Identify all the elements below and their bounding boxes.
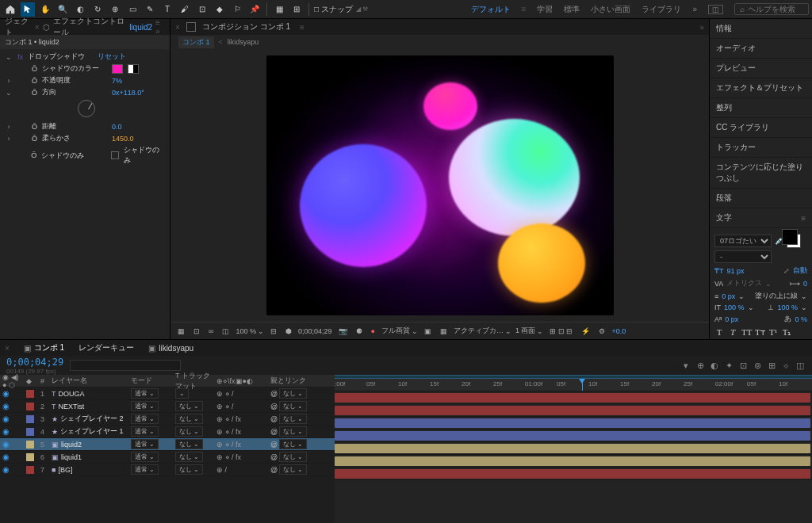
- hand-tool-icon[interactable]: ✋: [38, 2, 52, 17]
- layer-row[interactable]: ◉ 7 ■ [BG] 通常 ⌄ なし ⌄ ⊕ / @なし ⌄: [0, 464, 335, 476]
- parent-dropdown[interactable]: なし ⌄: [279, 426, 307, 437]
- workspace-more[interactable]: »: [692, 5, 697, 13]
- visibility-icon[interactable]: ◉: [2, 452, 10, 461]
- pickwhip-icon[interactable]: @: [270, 415, 278, 423]
- magnify-icon[interactable]: ▦: [175, 327, 187, 335]
- layer-name[interactable]: ▣ liquid1: [49, 451, 128, 463]
- playhead[interactable]: [582, 379, 583, 391]
- pickwhip-icon[interactable]: @: [270, 390, 278, 398]
- layer-duration-bar[interactable]: [335, 418, 810, 428]
- timeline-bar-row[interactable]: [335, 391, 812, 404]
- layer-duration-bar[interactable]: [335, 406, 810, 415]
- blend-mode-dropdown[interactable]: 通常 ⌄: [131, 452, 159, 462]
- vr-icon[interactable]: ∞: [206, 327, 216, 335]
- view-options-icon[interactable]: ⊞ ⊡ ⊟: [547, 327, 575, 335]
- layer-switches[interactable]: ⊕ ⋄ /: [214, 387, 268, 399]
- stopwatch-icon[interactable]: Ŏ: [32, 123, 37, 131]
- header-name[interactable]: レイヤー名: [49, 375, 128, 387]
- pickwhip-icon[interactable]: @: [270, 428, 278, 436]
- visibility-icon[interactable]: ◉: [2, 465, 10, 474]
- softness-value[interactable]: 1450.0: [112, 135, 134, 143]
- roi-icon[interactable]: ▣: [422, 327, 434, 335]
- layer-row[interactable]: ◉ 5 ▣ liquid2 通常 ⌄ なし ⌄ ⊕ ⋄ / fx @なし ⌄: [0, 438, 335, 451]
- timeline-bar-row[interactable]: [335, 404, 812, 417]
- shy-icon[interactable]: ▾: [680, 360, 691, 371]
- pin-tool-icon[interactable]: 📌: [247, 2, 262, 17]
- snapshot-icon[interactable]: 📷: [336, 327, 350, 335]
- lock-icon[interactable]: ⬡: [43, 23, 50, 32]
- timeline-icon[interactable]: ⚙: [596, 327, 607, 335]
- panel-effects[interactable]: エフェクト＆プリセット: [710, 78, 812, 98]
- view-dropdown[interactable]: 1 画面 ⌄: [515, 326, 544, 336]
- vscale-value[interactable]: 100 %: [724, 303, 745, 311]
- home-icon[interactable]: [3, 2, 17, 17]
- layer-switches[interactable]: ⊕ ⋄ / fx: [214, 451, 268, 463]
- blend-mode-dropdown[interactable]: 通常 ⌄: [131, 426, 159, 437]
- workspace-library[interactable]: ライブラリ: [642, 4, 681, 15]
- res-icon[interactable]: ⊟: [268, 327, 279, 335]
- twisty-icon[interactable]: ›: [5, 77, 13, 85]
- frame-blend-icon[interactable]: ⊡: [737, 360, 749, 371]
- track-matte-dropdown[interactable]: ⌄: [175, 388, 189, 399]
- collapse-icon[interactable]: ⊕: [695, 360, 706, 371]
- label-color[interactable]: [26, 453, 34, 461]
- font-style-dropdown[interactable]: -: [714, 250, 772, 263]
- snap-toggle[interactable]: □ スナップ: [314, 4, 353, 15]
- twisty-icon[interactable]: ⌄: [5, 89, 13, 97]
- tracking-value[interactable]: 0: [803, 280, 807, 288]
- stopwatch-icon[interactable]: Ŏ: [32, 77, 37, 85]
- twisty-icon[interactable]: ›: [5, 123, 13, 131]
- parent-dropdown[interactable]: なし ⌄: [279, 439, 307, 449]
- panel-tracker[interactable]: トラッカー: [710, 138, 812, 158]
- stopwatch-icon[interactable]: Ŏ: [32, 89, 37, 97]
- fx-icon[interactable]: ✦: [723, 360, 734, 371]
- text-tool-icon[interactable]: T: [160, 2, 174, 17]
- crumb-layer[interactable]: likidsyapu: [228, 38, 259, 46]
- eyedropper-icon[interactable]: [128, 64, 139, 74]
- twisty-icon[interactable]: ⌄: [5, 53, 13, 61]
- subscript-button[interactable]: T₁: [782, 327, 791, 338]
- mask-mode-icon[interactable]: ▦: [272, 2, 286, 17]
- header-mode[interactable]: モード: [128, 375, 173, 387]
- shadow-only-checkbox[interactable]: [111, 151, 119, 159]
- anchor-tool-icon[interactable]: ⊕: [108, 2, 122, 17]
- brush-tool-icon[interactable]: 🖌: [178, 2, 192, 17]
- current-timecode[interactable]: 0;00;04;29: [6, 357, 63, 368]
- layer-switches[interactable]: ⊕ ⋄ / fx: [214, 413, 268, 425]
- pickwhip-icon[interactable]: @: [270, 453, 278, 461]
- workspace-learn[interactable]: 学習: [537, 4, 553, 15]
- blend-mode-dropdown[interactable]: 通常 ⌄: [131, 388, 159, 399]
- quality-icon[interactable]: ◐: [709, 360, 720, 371]
- blend-mode-dropdown[interactable]: 通常 ⌄: [131, 401, 159, 411]
- layer-name[interactable]: T DOUGA: [49, 387, 128, 399]
- label-color[interactable]: [26, 428, 34, 436]
- opacity-value[interactable]: 7%: [112, 77, 122, 85]
- fast-preview-icon[interactable]: ⚡: [579, 327, 592, 335]
- time-ruler[interactable]: :00f05f10f15f20f25f01:00f05f10f15f20f25f…: [335, 379, 812, 391]
- layer-row[interactable]: ◉ 4 ★ シェイプレイヤー 1 通常 ⌄ なし ⌄ ⊕ ⋄ / fx @なし …: [0, 426, 335, 438]
- timeline-area[interactable]: :00f05f10f15f20f25f01:00f05f10f15f20f25f…: [335, 375, 812, 523]
- panel-cc-lib[interactable]: CC ライブラリ: [710, 118, 812, 138]
- rect-tool-icon[interactable]: ▭: [125, 2, 140, 17]
- layer-duration-bar[interactable]: [335, 444, 810, 453]
- parent-dropdown[interactable]: なし ⌄: [279, 414, 307, 424]
- workspace-small[interactable]: 小さい画面: [591, 4, 630, 15]
- layer-name[interactable]: ★ シェイプレイヤー 2: [49, 413, 128, 425]
- stroke-pos-dropdown[interactable]: 塗りの上に線: [755, 291, 798, 301]
- blend-mode-dropdown[interactable]: 通常 ⌄: [131, 464, 159, 475]
- timeline-bar-row[interactable]: [335, 468, 812, 480]
- timeline-tab-nested[interactable]: ▣likidsyapu: [148, 344, 193, 353]
- share-icon[interactable]: ◫: [708, 5, 723, 14]
- layer-row[interactable]: ◉ 6 ▣ liquid1 通常 ⌄ なし ⌄ ⊕ ⋄ / fx @なし ⌄: [0, 451, 335, 464]
- blend-mode-dropdown[interactable]: 通常 ⌄: [131, 439, 159, 449]
- track-matte-dropdown[interactable]: なし ⌄: [175, 401, 203, 411]
- motion-blur-icon[interactable]: ⊚: [752, 360, 763, 371]
- layer-name[interactable]: ■ [BG]: [49, 464, 128, 475]
- panel-align[interactable]: 整列: [710, 98, 812, 118]
- font-family-dropdown[interactable]: 07ロゴたいぷゴ..: [714, 235, 772, 247]
- parent-dropdown[interactable]: なし ⌄: [279, 452, 307, 462]
- comp-tab[interactable]: コンポジション コンポ 1: [202, 21, 290, 32]
- mask-icon[interactable]: ◫: [220, 327, 232, 335]
- font-size-value[interactable]: 91 px: [727, 267, 745, 275]
- draft3d-icon[interactable]: ⟐: [780, 360, 791, 371]
